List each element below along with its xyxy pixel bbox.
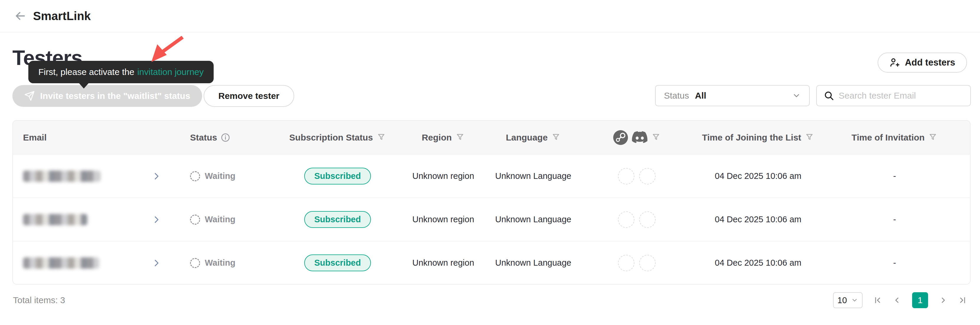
remove-tester-label: Remove tester xyxy=(218,91,280,100)
filter-icon[interactable] xyxy=(455,133,465,142)
status-filter-label: Status xyxy=(664,91,689,100)
accounts-cell xyxy=(577,255,697,271)
col-header-subscription: Subscription Status xyxy=(278,132,397,143)
subscribed-badge: Subscribed xyxy=(304,211,371,228)
waiting-status-icon xyxy=(190,258,200,268)
email-redacted xyxy=(23,214,88,225)
page-size-select[interactable]: 10 xyxy=(833,292,862,308)
col-header-email: Email xyxy=(13,132,178,143)
back-arrow-icon[interactable] xyxy=(14,9,27,23)
page-size-value: 10 xyxy=(837,295,847,305)
invitation-time-cell: - xyxy=(819,215,970,225)
next-page-icon[interactable] xyxy=(939,296,948,304)
email-redacted xyxy=(23,257,99,269)
waiting-status-icon xyxy=(190,171,200,181)
chevron-down-icon xyxy=(792,91,801,100)
last-page-icon[interactable] xyxy=(958,296,967,304)
app-title: SmartLink xyxy=(33,10,91,23)
col-header-subscription-label: Subscription Status xyxy=(289,132,373,143)
invite-waitlist-button[interactable]: Invite testers in the "waitlist" status xyxy=(13,85,202,107)
email-redacted xyxy=(23,170,100,182)
tooltip-text: First, please activate the xyxy=(38,67,134,77)
filter-icon[interactable] xyxy=(551,133,561,142)
status-cell: Waiting xyxy=(178,215,278,225)
annotation-arrow xyxy=(149,36,187,64)
tooltip-caret xyxy=(79,83,89,89)
chevron-right-icon[interactable] xyxy=(152,172,161,181)
search-icon xyxy=(824,91,834,100)
col-header-region-label: Region xyxy=(422,132,452,143)
region-cell: Unknown region xyxy=(397,215,490,225)
testers-table: Email Status Subscription Status Region … xyxy=(13,120,970,285)
joining-time-cell: 04 Dec 2025 10:06 am xyxy=(697,258,819,268)
remove-tester-button[interactable]: Remove tester xyxy=(204,85,294,107)
topbar: SmartLink xyxy=(0,0,980,32)
filter-icon[interactable] xyxy=(805,133,814,142)
subscription-cell: Subscribed xyxy=(278,255,397,271)
prev-page-icon[interactable] xyxy=(892,296,902,304)
region-cell: Unknown region xyxy=(397,258,490,268)
discord-avatar-placeholder xyxy=(639,255,656,271)
chevron-right-icon[interactable] xyxy=(152,215,161,225)
status-filter-select[interactable]: Status All xyxy=(655,85,810,106)
discord-avatar-placeholder xyxy=(639,168,656,185)
col-header-status-label: Status xyxy=(190,132,217,143)
email-cell xyxy=(13,257,178,269)
region-cell: Unknown region xyxy=(397,171,490,181)
status-label: Waiting xyxy=(205,171,235,181)
chevron-down-icon xyxy=(851,297,858,304)
status-filter-value: All xyxy=(695,91,706,100)
email-cell xyxy=(13,214,178,225)
add-testers-label: Add testers xyxy=(905,57,955,68)
waiting-status-icon xyxy=(190,215,200,225)
table-header-row: Email Status Subscription Status Region … xyxy=(13,121,970,154)
status-label: Waiting xyxy=(205,258,235,268)
invitation-journey-link[interactable]: invitation journey xyxy=(137,67,204,77)
col-header-language-label: Language xyxy=(506,132,548,143)
col-header-invitation-label: Time of Invitation xyxy=(852,132,925,143)
language-cell: Unknown Language xyxy=(490,258,577,268)
steam-avatar-placeholder xyxy=(618,255,635,271)
steam-avatar-placeholder xyxy=(618,211,635,228)
status-cell: Waiting xyxy=(178,171,278,181)
table-row[interactable]: Waiting Subscribed Unknown region Unknow… xyxy=(13,241,970,284)
total-items: Total items: 3 xyxy=(13,295,65,305)
discord-avatar-placeholder xyxy=(639,211,656,228)
info-icon[interactable] xyxy=(221,133,230,142)
filter-icon[interactable] xyxy=(928,133,937,142)
language-cell: Unknown Language xyxy=(490,171,577,181)
col-header-invitation: Time of Invitation xyxy=(819,132,970,143)
col-header-joining: Time of Joining the List xyxy=(697,132,819,143)
joining-time-cell: 04 Dec 2025 10:06 am xyxy=(697,171,819,181)
accounts-cell xyxy=(577,211,697,228)
joining-time-cell: 04 Dec 2025 10:06 am xyxy=(697,215,819,225)
discord-icon xyxy=(632,131,648,144)
first-page-icon[interactable] xyxy=(873,296,882,304)
invite-waitlist-label: Invite testers in the "waitlist" status xyxy=(40,91,190,101)
col-header-joining-label: Time of Joining the List xyxy=(702,132,801,143)
status-label: Waiting xyxy=(205,215,235,225)
col-header-language: Language xyxy=(490,132,577,143)
status-cell: Waiting xyxy=(178,258,278,268)
subscription-cell: Subscribed xyxy=(278,211,397,228)
filter-icon[interactable] xyxy=(651,133,661,142)
filter-icon[interactable] xyxy=(377,133,386,142)
subscribed-badge: Subscribed xyxy=(304,168,371,185)
col-header-status: Status xyxy=(178,132,278,143)
col-header-region: Region xyxy=(397,132,490,143)
search-input[interactable] xyxy=(838,91,963,100)
user-plus-icon xyxy=(889,57,900,68)
steam-avatar-placeholder xyxy=(618,168,635,185)
invitation-time-cell: - xyxy=(819,258,970,268)
steam-icon xyxy=(613,130,628,145)
subscription-cell: Subscribed xyxy=(278,168,397,185)
add-testers-button[interactable]: Add testers xyxy=(878,53,967,73)
chevron-right-icon[interactable] xyxy=(152,258,161,268)
subscribed-badge: Subscribed xyxy=(304,255,371,271)
email-cell xyxy=(13,170,178,182)
table-row[interactable]: Waiting Subscribed Unknown region Unknow… xyxy=(13,154,970,198)
current-page-button[interactable]: 1 xyxy=(912,292,928,308)
invitation-time-cell: - xyxy=(819,171,970,181)
accounts-cell xyxy=(577,168,697,185)
table-row[interactable]: Waiting Subscribed Unknown region Unknow… xyxy=(13,198,970,241)
